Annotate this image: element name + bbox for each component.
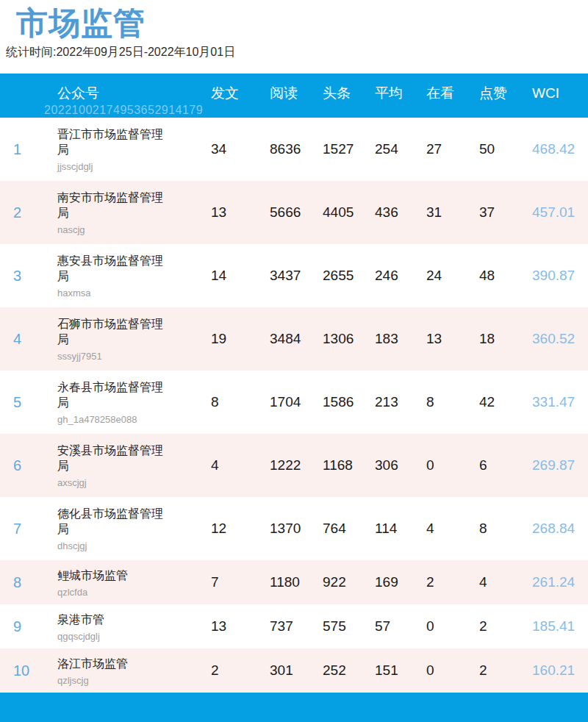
watching-value: 0 <box>425 618 478 635</box>
account-name: 泉港市管 <box>57 612 171 627</box>
stat-period-label: 统计时间:2022年09月25日-2022年10月01日 <box>6 45 588 60</box>
rank-number: 8 <box>0 574 44 591</box>
average-value: 246 <box>373 268 425 284</box>
rank-number: 2 <box>0 204 44 221</box>
account-cell: 石狮市市场监督管理局 sssyjj7951 <box>44 316 209 362</box>
wci-value: 331.47 <box>531 394 588 410</box>
average-value: 114 <box>373 521 425 537</box>
headline-value: 764 <box>321 521 373 537</box>
likes-value: 6 <box>478 457 531 473</box>
average-value: 169 <box>373 574 425 590</box>
average-value: 183 <box>373 331 425 347</box>
posts-value: 13 <box>209 204 268 221</box>
column-header-likes: 点赞 <box>478 84 531 103</box>
page-header: 市场监管 统计时间:2022年09月25日-2022年10月01日 <box>0 0 588 74</box>
reads-value: 3484 <box>268 331 321 347</box>
watching-value: 0 <box>425 457 478 473</box>
watching-value: 27 <box>425 141 478 157</box>
posts-value: 2 <box>209 662 268 679</box>
account-cell: 鲤城市场监管 qzlcfda <box>44 568 209 598</box>
wci-value: 261.24 <box>531 574 588 590</box>
average-value: 254 <box>373 141 425 157</box>
table-row: 7 德化县市场监督管理局 dhscjgj 12 1370 764 114 4 8… <box>0 497 588 560</box>
watching-value: 8 <box>425 394 478 410</box>
posts-value: 14 <box>209 268 268 284</box>
account-id: dhscjgj <box>57 540 209 551</box>
reads-value: 1704 <box>268 394 321 410</box>
table-row: 1 晋江市市场监督管理局 jjsscjdglj 34 8636 1527 254… <box>0 118 588 181</box>
rank-number: 4 <box>0 331 44 348</box>
account-name: 德化县市场监督管理局 <box>57 506 171 537</box>
column-header-reads: 阅读 <box>268 84 321 103</box>
timestamp-watermark: 20221002174953652914179 <box>44 104 203 117</box>
wci-value: 360.52 <box>531 331 588 347</box>
headline-value: 1586 <box>321 394 373 410</box>
footer-bar <box>0 693 588 722</box>
column-header-wci: WCI <box>531 85 588 101</box>
likes-value: 4 <box>478 574 531 590</box>
table-row: 6 安溪县市场监督管理局 axscjgj 4 1222 1168 306 0 6… <box>0 434 588 497</box>
average-value: 306 <box>373 457 425 473</box>
wci-ranking-page: 市场监管 统计时间:2022年09月25日-2022年10月01日 公众号 发文… <box>0 0 588 722</box>
watching-value: 13 <box>425 331 478 347</box>
account-cell: 泉港市管 qgqscjdglj <box>44 612 209 642</box>
wci-value: 185.41 <box>531 618 588 635</box>
table-row: 8 鲤城市场监管 qzlcfda 7 1180 922 169 2 4 261.… <box>0 560 588 604</box>
posts-value: 7 <box>209 574 268 590</box>
reads-value: 301 <box>268 662 321 679</box>
account-id: axscjgj <box>57 477 209 488</box>
watching-value: 31 <box>425 204 478 221</box>
reads-value: 5666 <box>268 204 321 221</box>
account-cell: 安溪县市场监督管理局 axscjgj <box>44 443 209 488</box>
reads-value: 1370 <box>268 521 321 537</box>
wci-value: 468.42 <box>531 141 588 157</box>
headline-value: 575 <box>321 618 373 635</box>
reads-value: 1180 <box>268 574 321 590</box>
headline-value: 1168 <box>321 457 373 473</box>
account-name: 南安市市场监督管理局 <box>57 190 171 221</box>
account-cell: 洛江市场监管 qzljscjg <box>44 656 209 686</box>
page-title: 市场监管 <box>16 6 588 40</box>
headline-value: 4405 <box>321 204 373 221</box>
wci-value: 160.21 <box>531 662 588 679</box>
rank-number: 1 <box>0 141 44 158</box>
rank-number: 6 <box>0 457 44 474</box>
wci-value: 269.87 <box>531 457 588 473</box>
column-header-average: 平均 <box>373 84 425 103</box>
column-header-watching: 在看 <box>425 84 478 103</box>
watching-value: 24 <box>425 268 478 284</box>
table-row: 5 永春县市场监督管理局 gh_1a478258e088 8 1704 1586… <box>0 371 588 434</box>
reads-value: 737 <box>268 618 321 635</box>
account-cell: 永春县市场监督管理局 gh_1a478258e088 <box>44 379 209 425</box>
account-id: qzljscjg <box>57 675 209 686</box>
account-name: 洛江市场监管 <box>57 656 171 671</box>
table-row: 2 南安市市场监督管理局 nascjg 13 5666 4405 436 31 … <box>0 181 588 244</box>
likes-value: 8 <box>478 521 531 537</box>
headline-value: 2655 <box>321 268 373 284</box>
likes-value: 42 <box>478 394 531 410</box>
account-name: 安溪县市场监督管理局 <box>57 443 171 473</box>
reads-value: 8636 <box>268 141 321 157</box>
average-value: 57 <box>373 618 425 635</box>
account-cell: 德化县市场监督管理局 dhscjgj <box>44 506 209 551</box>
average-value: 151 <box>373 662 425 679</box>
table-row: 10 洛江市场监管 qzljscjg 2 301 252 151 0 2 160… <box>0 648 588 693</box>
account-name: 石狮市市场监督管理局 <box>57 316 171 347</box>
account-cell: 南安市市场监督管理局 nascjg <box>44 190 209 235</box>
table-row: 9 泉港市管 qgqscjdglj 13 737 575 57 0 2 185.… <box>0 604 588 648</box>
headline-value: 922 <box>321 574 373 590</box>
watching-value: 2 <box>425 574 478 590</box>
account-id: qzlcfda <box>57 587 209 598</box>
headline-value: 1527 <box>321 141 373 157</box>
table-body: 1 晋江市市场监督管理局 jjsscjdglj 34 8636 1527 254… <box>0 118 588 693</box>
account-name: 惠安县市场监督管理局 <box>57 253 171 284</box>
likes-value: 2 <box>478 662 531 679</box>
likes-value: 48 <box>478 268 531 284</box>
wci-value: 457.01 <box>531 204 588 221</box>
wci-value: 268.84 <box>531 521 588 537</box>
table-row: 3 惠安县市场监督管理局 haxmsa 14 3437 2655 246 24 … <box>0 244 588 307</box>
account-id: jjsscjdglj <box>57 161 209 172</box>
column-header-account: 公众号 <box>44 84 209 103</box>
posts-value: 8 <box>209 394 268 410</box>
account-id: sssyjj7951 <box>57 351 209 362</box>
